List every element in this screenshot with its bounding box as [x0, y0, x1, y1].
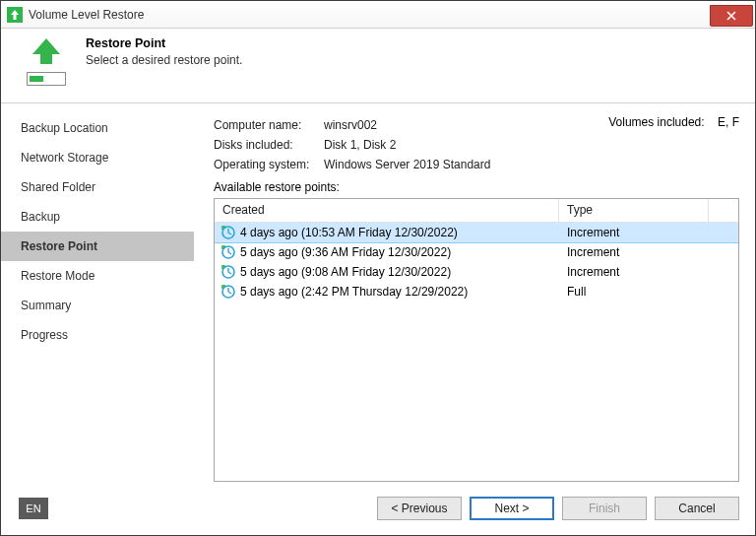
- cell-created-text: 4 days ago (10:53 AM Friday 12/30/2022): [240, 226, 458, 239]
- restore-point-icon: [220, 225, 236, 240]
- cell-created: 4 days ago (10:53 AM Friday 12/30/2022): [220, 225, 559, 240]
- table-row[interactable]: 5 days ago (9:36 AM Friday 12/30/2022)In…: [215, 242, 738, 262]
- finish-button: Finish: [562, 497, 647, 520]
- cell-type: Increment: [559, 226, 738, 239]
- sidebar-item[interactable]: Restore Point: [1, 232, 194, 261]
- restore-point-icon: [220, 244, 236, 260]
- content-pane: Computer name: winsrv002 Volumes include…: [194, 103, 755, 482]
- sidebar-item[interactable]: Shared Folder: [1, 172, 194, 202]
- next-button[interactable]: Next >: [470, 497, 554, 520]
- table-row[interactable]: 5 days ago (9:08 AM Friday 12/30/2022)In…: [215, 262, 738, 282]
- cell-created: 5 days ago (9:36 AM Friday 12/30/2022): [220, 244, 559, 260]
- wizard-header-icon: [19, 36, 74, 86]
- restore-points-table: Created Type 4 days ago (10:53 AM Friday…: [214, 198, 739, 482]
- window: Volume Level Restore Restore Point Selec…: [0, 0, 756, 536]
- disks-included-label: Disks included:: [214, 135, 324, 155]
- table-header: Created Type: [215, 199, 738, 223]
- page-subtitle: Select a desired restore point.: [86, 53, 242, 67]
- table-row[interactable]: 5 days ago (2:42 PM Thursday 12/29/2022)…: [215, 282, 738, 302]
- sidebar-item[interactable]: Progress: [1, 320, 194, 350]
- disks-included-value: Disk 1, Disk 2: [324, 135, 396, 155]
- computer-name-label: Computer name:: [214, 115, 324, 135]
- cell-type: Full: [559, 285, 738, 299]
- previous-button[interactable]: < Previous: [377, 497, 462, 520]
- cell-created-text: 5 days ago (9:08 AM Friday 12/30/2022): [240, 265, 451, 279]
- column-spacer: [709, 199, 738, 222]
- cell-created: 5 days ago (2:42 PM Thursday 12/29/2022): [220, 284, 559, 300]
- wizard-body: Backup LocationNetwork StorageShared Fol…: [1, 103, 755, 482]
- volumes-included-value: E, F: [718, 115, 739, 129]
- volumes-included-label: Volumes included:: [608, 115, 704, 129]
- column-created[interactable]: Created: [215, 199, 559, 222]
- os-label: Operating system:: [214, 155, 324, 174]
- sidebar-item[interactable]: Summary: [1, 291, 194, 320]
- restore-point-icon: [220, 284, 236, 300]
- os-value: Windows Server 2019 Standard: [324, 155, 490, 174]
- cell-type: Increment: [559, 245, 738, 259]
- table-row[interactable]: 4 days ago (10:53 AM Friday 12/30/2022)I…: [215, 223, 738, 242]
- restore-point-icon: [220, 264, 236, 280]
- sidebar-item[interactable]: Restore Mode: [1, 261, 194, 291]
- app-icon: [7, 7, 23, 23]
- wizard-footer: EN < Previous Next > Finish Cancel: [1, 482, 755, 535]
- cancel-button[interactable]: Cancel: [655, 497, 739, 520]
- close-button[interactable]: [710, 5, 753, 27]
- cell-created-text: 5 days ago (2:42 PM Thursday 12/29/2022): [240, 285, 468, 299]
- column-type[interactable]: Type: [559, 199, 709, 222]
- cell-created-text: 5 days ago (9:36 AM Friday 12/30/2022): [240, 245, 451, 259]
- sidebar-item[interactable]: Backup Location: [1, 113, 194, 143]
- progress-icon: [27, 72, 66, 86]
- available-restore-points-label: Available restore points:: [214, 180, 739, 194]
- titlebar: Volume Level Restore: [1, 1, 755, 29]
- language-badge[interactable]: EN: [19, 498, 48, 519]
- cell-type: Increment: [559, 265, 738, 279]
- wizard-steps: Backup LocationNetwork StorageShared Fol…: [1, 103, 194, 482]
- page-title: Restore Point: [86, 36, 242, 50]
- arrow-up-icon: [29, 36, 64, 66]
- cell-created: 5 days ago (9:08 AM Friday 12/30/2022): [220, 264, 559, 280]
- wizard-header: Restore Point Select a desired restore p…: [1, 29, 755, 103]
- table-body: 4 days ago (10:53 AM Friday 12/30/2022)I…: [215, 223, 738, 481]
- sidebar-item[interactable]: Network Storage: [1, 143, 194, 172]
- sidebar-item[interactable]: Backup: [1, 202, 194, 232]
- computer-name-value: winsrv002: [324, 115, 377, 135]
- window-title: Volume Level Restore: [29, 8, 710, 22]
